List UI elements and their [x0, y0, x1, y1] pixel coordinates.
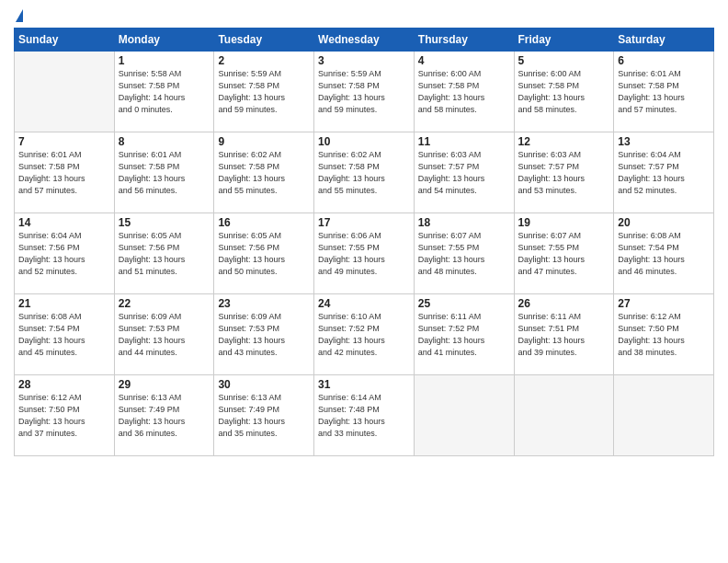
day-info: Sunrise: 6:00 AM Sunset: 7:58 PM Dayligh… — [418, 68, 510, 116]
day-number: 11 — [418, 135, 510, 148]
day-number: 8 — [119, 135, 210, 148]
calendar-cell: 11Sunrise: 6:03 AM Sunset: 7:57 PM Dayli… — [414, 132, 514, 213]
day-info: Sunrise: 6:01 AM Sunset: 7:58 PM Dayligh… — [119, 149, 210, 197]
day-number: 22 — [119, 297, 210, 310]
calendar-cell: 25Sunrise: 6:11 AM Sunset: 7:52 PM Dayli… — [414, 294, 514, 375]
calendar-cell: 1Sunrise: 5:58 AM Sunset: 7:58 PM Daylig… — [114, 52, 214, 132]
day-number: 5 — [518, 54, 610, 67]
calendar-cell: 7Sunrise: 6:01 AM Sunset: 7:58 PM Daylig… — [15, 132, 115, 213]
calendar-cell: 23Sunrise: 6:09 AM Sunset: 7:53 PM Dayli… — [214, 294, 314, 375]
calendar-cell: 6Sunrise: 6:01 AM Sunset: 7:58 PM Daylig… — [614, 52, 714, 132]
day-info: Sunrise: 6:06 AM Sunset: 7:55 PM Dayligh… — [318, 230, 410, 278]
calendar-week-4: 21Sunrise: 6:08 AM Sunset: 7:54 PM Dayli… — [15, 294, 714, 375]
day-info: Sunrise: 6:03 AM Sunset: 7:57 PM Dayligh… — [418, 149, 510, 197]
day-number: 19 — [518, 216, 610, 229]
day-number: 4 — [418, 54, 510, 67]
day-info: Sunrise: 6:05 AM Sunset: 7:56 PM Dayligh… — [119, 230, 210, 278]
calendar-cell: 21Sunrise: 6:08 AM Sunset: 7:54 PM Dayli… — [15, 294, 115, 375]
day-info: Sunrise: 6:02 AM Sunset: 7:58 PM Dayligh… — [318, 149, 410, 197]
day-number: 9 — [218, 135, 310, 148]
logo — [14, 9, 23, 22]
day-info: Sunrise: 6:05 AM Sunset: 7:56 PM Dayligh… — [218, 230, 310, 278]
calendar-cell: 18Sunrise: 6:07 AM Sunset: 7:55 PM Dayli… — [414, 213, 514, 294]
day-info: Sunrise: 6:02 AM Sunset: 7:58 PM Dayligh… — [218, 149, 310, 197]
calendar-cell: 20Sunrise: 6:08 AM Sunset: 7:54 PM Dayli… — [614, 213, 714, 294]
day-info: Sunrise: 6:04 AM Sunset: 7:57 PM Dayligh… — [618, 149, 710, 197]
day-info: Sunrise: 6:13 AM Sunset: 7:49 PM Dayligh… — [119, 392, 210, 440]
calendar-cell: 17Sunrise: 6:06 AM Sunset: 7:55 PM Dayli… — [314, 213, 415, 294]
calendar-week-1: 1Sunrise: 5:58 AM Sunset: 7:58 PM Daylig… — [15, 52, 714, 132]
calendar-cell: 16Sunrise: 6:05 AM Sunset: 7:56 PM Dayli… — [214, 213, 314, 294]
day-number: 27 — [618, 297, 710, 310]
day-number: 2 — [218, 54, 310, 67]
day-info: Sunrise: 6:12 AM Sunset: 7:50 PM Dayligh… — [18, 392, 110, 440]
day-info: Sunrise: 6:14 AM Sunset: 7:48 PM Dayligh… — [318, 392, 410, 440]
day-number: 30 — [218, 378, 310, 391]
calendar-header-thursday: Thursday — [414, 29, 514, 52]
day-number: 25 — [418, 297, 510, 310]
day-info: Sunrise: 6:13 AM Sunset: 7:49 PM Dayligh… — [218, 392, 310, 440]
day-number: 17 — [318, 216, 410, 229]
day-info: Sunrise: 6:12 AM Sunset: 7:50 PM Dayligh… — [618, 311, 710, 359]
day-number: 1 — [119, 54, 210, 67]
day-number: 28 — [18, 378, 110, 391]
day-number: 31 — [318, 378, 410, 391]
calendar-cell: 4Sunrise: 6:00 AM Sunset: 7:58 PM Daylig… — [414, 52, 514, 132]
calendar-header-tuesday: Tuesday — [214, 29, 314, 52]
calendar-cell: 12Sunrise: 6:03 AM Sunset: 7:57 PM Dayli… — [514, 132, 614, 213]
day-number: 18 — [418, 216, 510, 229]
day-number: 21 — [18, 297, 110, 310]
calendar-cell — [614, 375, 714, 456]
day-number: 29 — [119, 378, 210, 391]
calendar-cell: 9Sunrise: 6:02 AM Sunset: 7:58 PM Daylig… — [214, 132, 314, 213]
day-number: 24 — [318, 297, 410, 310]
calendar-cell: 19Sunrise: 6:07 AM Sunset: 7:55 PM Dayli… — [514, 213, 614, 294]
calendar-body: 1Sunrise: 5:58 AM Sunset: 7:58 PM Daylig… — [15, 52, 714, 456]
calendar-header-monday: Monday — [114, 29, 214, 52]
calendar-cell — [15, 52, 115, 132]
day-number: 15 — [119, 216, 210, 229]
calendar-header-sunday: Sunday — [15, 29, 115, 52]
day-info: Sunrise: 6:07 AM Sunset: 7:55 PM Dayligh… — [418, 230, 510, 278]
day-number: 7 — [18, 135, 110, 148]
day-number: 20 — [618, 216, 710, 229]
calendar-table: SundayMondayTuesdayWednesdayThursdayFrid… — [14, 28, 714, 456]
day-info: Sunrise: 6:04 AM Sunset: 7:56 PM Dayligh… — [18, 230, 110, 278]
calendar-cell: 10Sunrise: 6:02 AM Sunset: 7:58 PM Dayli… — [314, 132, 415, 213]
day-number: 12 — [518, 135, 610, 148]
calendar-week-5: 28Sunrise: 6:12 AM Sunset: 7:50 PM Dayli… — [15, 375, 714, 456]
day-info: Sunrise: 6:11 AM Sunset: 7:52 PM Dayligh… — [418, 311, 510, 359]
calendar-header-row: SundayMondayTuesdayWednesdayThursdayFrid… — [15, 29, 714, 52]
calendar-cell: 26Sunrise: 6:11 AM Sunset: 7:51 PM Dayli… — [514, 294, 614, 375]
calendar-header-wednesday: Wednesday — [314, 29, 415, 52]
day-number: 26 — [518, 297, 610, 310]
day-info: Sunrise: 5:58 AM Sunset: 7:58 PM Dayligh… — [119, 68, 210, 116]
day-info: Sunrise: 6:09 AM Sunset: 7:53 PM Dayligh… — [119, 311, 210, 359]
calendar-cell: 22Sunrise: 6:09 AM Sunset: 7:53 PM Dayli… — [114, 294, 214, 375]
day-info: Sunrise: 6:09 AM Sunset: 7:53 PM Dayligh… — [218, 311, 310, 359]
day-number: 23 — [218, 297, 310, 310]
calendar-cell — [514, 375, 614, 456]
calendar-week-3: 14Sunrise: 6:04 AM Sunset: 7:56 PM Dayli… — [15, 213, 714, 294]
page: SundayMondayTuesdayWednesdayThursdayFrid… — [0, 0, 728, 563]
calendar-header-saturday: Saturday — [614, 29, 714, 52]
calendar-cell: 2Sunrise: 5:59 AM Sunset: 7:58 PM Daylig… — [214, 52, 314, 132]
day-number: 14 — [18, 216, 110, 229]
day-info: Sunrise: 6:01 AM Sunset: 7:58 PM Dayligh… — [618, 68, 710, 116]
calendar-cell: 5Sunrise: 6:00 AM Sunset: 7:58 PM Daylig… — [514, 52, 614, 132]
calendar-header-friday: Friday — [514, 29, 614, 52]
calendar-week-2: 7Sunrise: 6:01 AM Sunset: 7:58 PM Daylig… — [15, 132, 714, 213]
calendar-cell: 3Sunrise: 5:59 AM Sunset: 7:58 PM Daylig… — [314, 52, 415, 132]
calendar-cell: 14Sunrise: 6:04 AM Sunset: 7:56 PM Dayli… — [15, 213, 115, 294]
calendar-cell: 31Sunrise: 6:14 AM Sunset: 7:48 PM Dayli… — [314, 375, 415, 456]
day-info: Sunrise: 6:08 AM Sunset: 7:54 PM Dayligh… — [18, 311, 110, 359]
day-number: 16 — [218, 216, 310, 229]
day-number: 13 — [618, 135, 710, 148]
day-info: Sunrise: 6:03 AM Sunset: 7:57 PM Dayligh… — [518, 149, 610, 197]
calendar-cell: 30Sunrise: 6:13 AM Sunset: 7:49 PM Dayli… — [214, 375, 314, 456]
calendar-cell: 27Sunrise: 6:12 AM Sunset: 7:50 PM Dayli… — [614, 294, 714, 375]
calendar-cell: 8Sunrise: 6:01 AM Sunset: 7:58 PM Daylig… — [114, 132, 214, 213]
calendar-cell: 15Sunrise: 6:05 AM Sunset: 7:56 PM Dayli… — [114, 213, 214, 294]
calendar-cell — [414, 375, 514, 456]
calendar-cell: 29Sunrise: 6:13 AM Sunset: 7:49 PM Dayli… — [114, 375, 214, 456]
